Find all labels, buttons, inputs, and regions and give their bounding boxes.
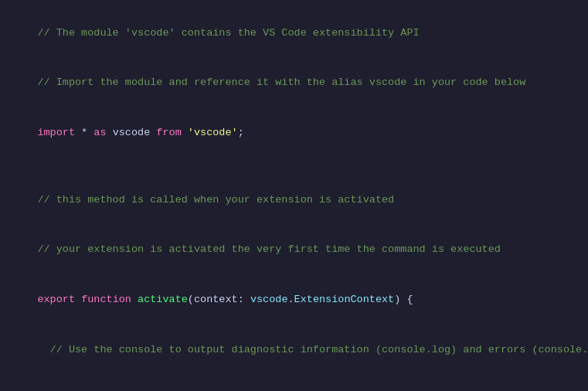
code-text: . [287,294,294,305]
code-text: ) { [394,294,413,305]
comment: // your extension is activated the very … [37,243,501,255]
code-text [75,294,81,305]
code-line-5: // this method is called when your exten… [12,175,576,225]
string-vscode: 'vscode' [188,127,238,138]
keyword-function: function [81,294,131,305]
comment: // this method is called when your exten… [37,194,394,206]
code-line-9: // This line of code will only be execut… [12,375,576,391]
code-text: (context: [188,294,250,305]
function-name-activate: activate [138,294,188,305]
code-line-8: // Use the console to output diagnostic … [12,325,576,375]
code-text: ; [238,127,244,138]
code-line-6: // your extension is activated the very … [12,225,576,275]
code-text: * [75,127,93,138]
code-text [131,294,138,305]
keyword-from: from [156,127,181,138]
code-line-2: // Import the module and reference it wi… [12,58,576,108]
keyword-import: import [37,127,75,138]
type-vscode: vscode [250,294,288,305]
code-editor: // The module 'vscode' contains the VS C… [0,0,588,391]
code-line-7: export function activate(context: vscode… [12,275,576,325]
keyword-export: export [37,294,75,305]
comment: // Use the console to output diagnostic … [37,344,588,355]
code-line-4 [12,158,576,175]
code-line-1: // The module 'vscode' contains the VS C… [12,8,576,58]
comment: // Import the module and reference it wi… [37,76,525,88]
comment: // The module 'vscode' contains the VS C… [37,27,419,39]
code-text: vscode [107,127,157,138]
keyword-as: as [93,127,106,138]
code-text [182,127,188,138]
code-line-3: import * as vscode from 'vscode'; [12,108,576,158]
type-extension-context: ExtensionContext [294,294,395,305]
